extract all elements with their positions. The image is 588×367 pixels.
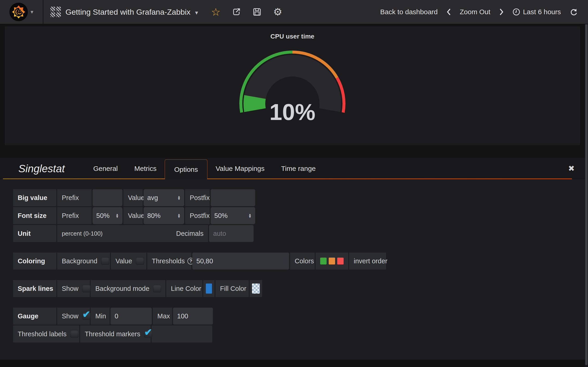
postfix-size-cell: 50% ▲▼ bbox=[211, 207, 255, 224]
dashboard-title-dropdown[interactable]: Getting Started with Grafana-Zabbix ▾ bbox=[43, 0, 205, 24]
save-button[interactable] bbox=[252, 7, 262, 17]
value-size-cell: 80% ▲▼ bbox=[144, 207, 184, 224]
tab-general[interactable]: General bbox=[85, 158, 126, 179]
panel-editor: Singlestat General Metrics Options Value… bbox=[0, 158, 585, 367]
top-navbar: ▾ Getting Started with Grafana-Zabbix ▾ … bbox=[0, 0, 588, 24]
color-swatch-orange[interactable] bbox=[329, 258, 335, 265]
dashboard-grid-icon bbox=[50, 7, 61, 17]
big-value-prefix-input[interactable] bbox=[93, 189, 122, 206]
background-checkbox[interactable] bbox=[101, 257, 109, 265]
close-icon[interactable]: ✖ bbox=[568, 164, 575, 173]
chevron-down-icon: ▾ bbox=[31, 9, 33, 15]
tab-metrics[interactable]: Metrics bbox=[126, 158, 165, 179]
fill-color-cell bbox=[250, 280, 262, 297]
show-label: Show bbox=[62, 312, 78, 320]
threshold-options-row: Threshold labels Threshold markers ✔ bbox=[13, 325, 585, 342]
coloring-value-cell: Value bbox=[111, 252, 146, 269]
threshold-labels-cell: Threshold labels bbox=[13, 325, 79, 342]
panel-title[interactable]: CPU user time bbox=[270, 27, 314, 40]
value-label: Value bbox=[123, 189, 143, 206]
prefix-label: Prefix bbox=[57, 207, 92, 224]
select-arrows-icon: ▲▼ bbox=[177, 195, 181, 200]
dashboard-actions: ☆ ⚙ bbox=[211, 7, 283, 17]
background-mode-cell: Background mode bbox=[91, 280, 165, 297]
unit-label: Unit bbox=[13, 225, 56, 242]
background-mode-checkbox[interactable] bbox=[153, 284, 161, 293]
scrollbar-thumb[interactable] bbox=[585, 1, 588, 365]
line-color-swatch[interactable] bbox=[206, 284, 212, 294]
coloring-row: Coloring Background Value Thresholds ? C… bbox=[13, 252, 585, 269]
gauge-chart: 10% bbox=[233, 49, 352, 125]
colors-label: Colors bbox=[290, 252, 315, 269]
navbar-right: Back to dashboard Zoom Out Last 6 hours bbox=[380, 8, 588, 16]
min-label: Min bbox=[91, 308, 110, 325]
value-size-current: 80% bbox=[147, 212, 161, 219]
select-arrows-icon: ▲▼ bbox=[115, 213, 119, 218]
grafana-logo-menu[interactable]: ▾ bbox=[0, 0, 43, 24]
fill-color-swatch[interactable] bbox=[252, 284, 260, 294]
color-swatch-red[interactable] bbox=[337, 258, 344, 265]
postfix-label: Postfix bbox=[185, 189, 210, 206]
grafana-flame-icon bbox=[10, 3, 27, 21]
threshold-markers-label: Threshold markers bbox=[85, 330, 140, 338]
panel-type-title: Singlestat bbox=[18, 162, 85, 175]
max-label: Max bbox=[153, 308, 172, 325]
font-size-row: Font size Prefix 50% ▲▼ Value 80% ▲▼ Pos… bbox=[13, 207, 585, 224]
value-function-select[interactable]: avg ▲▼ bbox=[144, 189, 184, 206]
postfix-label: Postfix bbox=[185, 207, 210, 224]
settings-button[interactable]: ⚙ bbox=[273, 7, 283, 17]
threshold-markers-cell: Threshold markers ✔ bbox=[80, 325, 151, 342]
gauge-show-checkbox[interactable]: ✔ bbox=[82, 312, 90, 320]
star-icon: ☆ bbox=[211, 7, 221, 17]
color-swatch-green[interactable] bbox=[320, 258, 327, 265]
share-button[interactable] bbox=[232, 7, 241, 17]
threshold-labels-checkbox[interactable] bbox=[70, 330, 78, 338]
tab-time-range[interactable]: Time range bbox=[273, 158, 324, 179]
threshold-labels-label: Threshold labels bbox=[18, 330, 67, 338]
coloring-background-cell: Background bbox=[57, 252, 110, 269]
fill-color-label: Fill Color bbox=[216, 280, 249, 297]
invert-order-button[interactable]: invert order bbox=[349, 252, 386, 269]
page-scrollbar bbox=[585, 0, 588, 367]
gauge-show-cell: Show ✔ bbox=[57, 308, 90, 325]
line-color-cell bbox=[203, 280, 215, 297]
dashboard-title: Getting Started with Grafana-Zabbix bbox=[65, 8, 190, 17]
postfix-size-select[interactable]: 50% ▲▼ bbox=[211, 207, 255, 224]
background-label: Background bbox=[62, 257, 97, 265]
refresh-icon[interactable] bbox=[570, 8, 578, 16]
gauge-max-input[interactable] bbox=[173, 308, 213, 325]
empty-cell bbox=[152, 325, 212, 342]
tab-options[interactable]: Options bbox=[165, 159, 207, 179]
thresholds-input[interactable] bbox=[192, 252, 289, 269]
sparkline-show-checkbox[interactable] bbox=[82, 284, 90, 293]
threshold-markers-checkbox[interactable]: ✔ bbox=[144, 330, 152, 338]
select-arrows-icon: ▲▼ bbox=[177, 213, 181, 218]
chevron-down-icon: ▾ bbox=[195, 9, 198, 16]
thresholds-cell: Thresholds ? bbox=[147, 252, 191, 269]
value-function-cell: avg ▲▼ bbox=[144, 189, 184, 206]
unit-select[interactable]: percent (0-100) bbox=[62, 230, 103, 237]
big-value-postfix-input[interactable] bbox=[211, 189, 255, 206]
value-checkbox[interactable] bbox=[136, 257, 144, 265]
check-icon: ✔ bbox=[144, 327, 152, 338]
line-color-label: Line Color bbox=[166, 280, 202, 297]
time-range-picker[interactable]: Last 6 hours bbox=[512, 8, 561, 16]
back-to-dashboard-button[interactable]: Back to dashboard bbox=[380, 8, 438, 16]
prefix-size-select[interactable]: 50% ▲▼ bbox=[93, 207, 122, 224]
tab-value-mappings[interactable]: Value Mappings bbox=[208, 158, 273, 179]
chevron-left-icon[interactable] bbox=[447, 8, 451, 16]
max-input-cell bbox=[173, 308, 213, 325]
zoom-out-button[interactable]: Zoom Out bbox=[460, 8, 490, 16]
time-range-label: Last 6 hours bbox=[523, 8, 561, 16]
prefix-label: Prefix bbox=[57, 189, 92, 206]
star-button[interactable]: ☆ bbox=[211, 7, 221, 17]
save-icon bbox=[252, 7, 262, 17]
value-size-select[interactable]: 80% ▲▼ bbox=[144, 207, 184, 224]
gear-icon: ⚙ bbox=[273, 7, 282, 17]
decimals-input[interactable] bbox=[209, 225, 254, 242]
gauge-min-input[interactable] bbox=[111, 308, 152, 325]
coloring-label: Coloring bbox=[13, 252, 56, 269]
check-icon: ✔ bbox=[82, 309, 90, 320]
chevron-right-icon[interactable] bbox=[499, 8, 504, 16]
share-icon bbox=[232, 7, 241, 17]
